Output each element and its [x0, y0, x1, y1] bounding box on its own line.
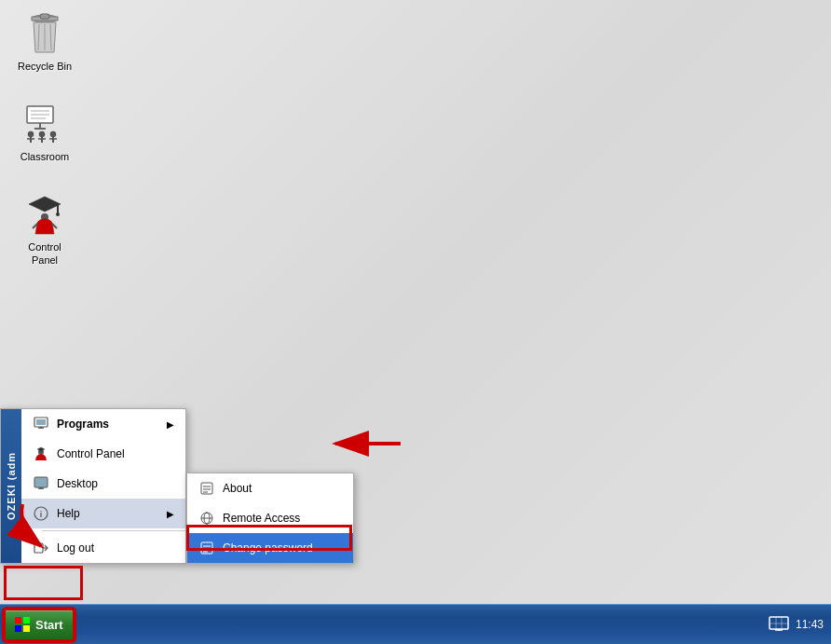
start-icon-cell-4: [23, 625, 30, 632]
programs-label: Programs: [57, 418, 159, 431]
svg-rect-33: [34, 477, 48, 487]
svg-point-23: [56, 212, 60, 216]
about-label: About: [223, 482, 342, 495]
start-label: Start: [35, 618, 63, 632]
menu-control-panel-icon: [33, 445, 49, 462]
desktop: Recycle Bin: [0, 0, 831, 604]
submenu-item-remote-access[interactable]: Remote Access: [187, 503, 353, 533]
classroom-label: Classroom: [20, 150, 70, 163]
help-arrow: ▶: [167, 509, 174, 519]
start-button[interactable]: Start: [4, 609, 75, 641]
svg-rect-53: [770, 617, 788, 629]
menu-item-desktop[interactable]: Desktop: [21, 469, 185, 499]
remote-access-label: Remote Access: [223, 512, 342, 525]
arrow-to-start: [13, 500, 88, 559]
programs-icon: [33, 416, 49, 432]
start-icon-cell-1: [15, 617, 21, 623]
menu-desktop-icon: [33, 475, 49, 492]
svg-point-15: [39, 131, 45, 137]
monitor-icon[interactable]: [770, 617, 788, 632]
taskbar-right: 11:43: [770, 617, 831, 632]
start-windows-icon: [15, 617, 30, 632]
svg-marker-21: [29, 197, 61, 212]
control-panel-label: ControlPanel: [28, 240, 61, 267]
remote-access-icon: [198, 510, 215, 527]
menu-desktop-label: Desktop: [57, 477, 174, 490]
programs-arrow: ▶: [167, 419, 174, 430]
arrow-to-change-password: [317, 425, 410, 466]
svg-point-18: [50, 131, 56, 137]
classroom-icon[interactable]: Classroom: [7, 98, 82, 167]
change-password-icon: [198, 540, 215, 556]
control-panel-icon[interactable]: ControlPanel: [7, 188, 82, 271]
svg-marker-32: [37, 447, 45, 451]
taskbar: Start 11:43: [0, 604, 831, 644]
svg-rect-28: [36, 419, 46, 425]
svg-point-12: [28, 131, 34, 137]
recycle-bin-icon[interactable]: Recycle Bin: [7, 7, 82, 76]
menu-control-panel-label: Control Panel: [57, 447, 174, 460]
recycle-bin-image: [22, 11, 67, 56]
help-submenu: About Remote Access: [186, 473, 354, 564]
submenu-item-about[interactable]: About: [187, 473, 353, 503]
menu-item-control-panel[interactable]: Control Panel: [21, 439, 185, 469]
change-password-label: Change password: [223, 541, 342, 555]
control-panel-image: [22, 192, 67, 237]
clock-display: 11:43: [796, 618, 824, 631]
recycle-bin-label: Recycle Bin: [18, 60, 72, 73]
about-icon: [198, 480, 215, 497]
start-icon-cell-3: [15, 625, 21, 632]
menu-item-programs[interactable]: Programs ▶: [21, 409, 185, 439]
submenu-item-change-password[interactable]: Change password: [187, 533, 353, 563]
svg-rect-2: [40, 14, 49, 19]
start-icon-cell-2: [23, 617, 30, 623]
classroom-image: [22, 102, 67, 146]
start-button-highlight-box: [4, 566, 83, 600]
